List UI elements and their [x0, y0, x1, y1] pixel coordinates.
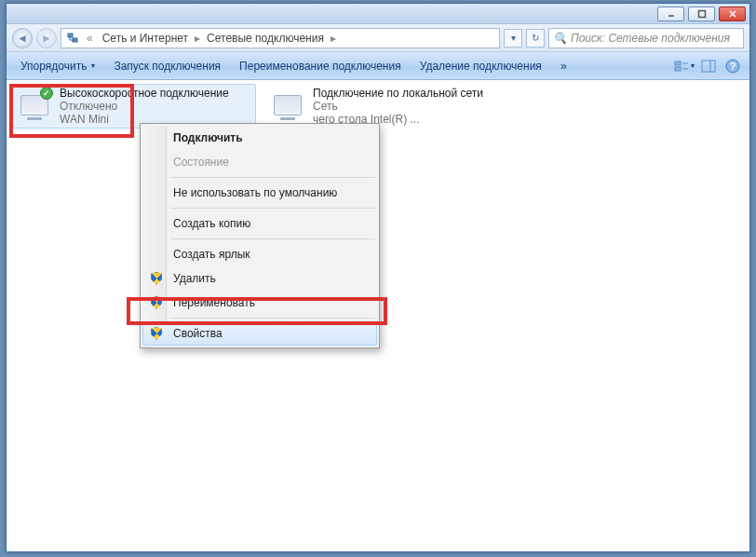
- forward-button[interactable]: ►: [36, 28, 57, 48]
- context-menu: Подключить Состояние Не использовать по …: [140, 123, 380, 348]
- ctx-not-default[interactable]: Не использовать по умолчанию: [142, 181, 377, 205]
- ctx-create-shortcut[interactable]: Создать ярлык: [142, 242, 377, 266]
- connection-icon: ✓: [15, 87, 54, 124]
- command-bar: Упорядочить Запуск подключения Переимено…: [7, 52, 749, 80]
- connection-status: Отключено: [60, 100, 253, 113]
- rename-connection-button[interactable]: Переименование подключения: [231, 56, 410, 76]
- help-button[interactable]: ?: [722, 56, 744, 76]
- search-icon: 🔍: [553, 32, 567, 45]
- toolbar-overflow[interactable]: »: [552, 56, 575, 76]
- crumb-level1[interactable]: Сеть и Интернет: [100, 32, 191, 45]
- shield-icon: [149, 326, 164, 341]
- refresh-button[interactable]: ↻: [526, 29, 545, 48]
- start-connection-button[interactable]: Запуск подключения: [105, 56, 229, 76]
- view-options-button[interactable]: ▾: [673, 56, 695, 76]
- search-input[interactable]: 🔍 Поиск: Сетевые подключения: [548, 28, 744, 48]
- connection-status: Сеть: [313, 100, 506, 113]
- ctx-delete[interactable]: Удалить: [142, 266, 377, 291]
- svg-rect-8: [675, 61, 681, 65]
- maximize-button[interactable]: [688, 7, 715, 21]
- svg-rect-9: [675, 67, 681, 71]
- shield-icon: [149, 295, 164, 310]
- connection-icon: [268, 87, 307, 124]
- status-badge-icon: ✓: [40, 87, 53, 100]
- ctx-create-copy[interactable]: Создать копию: [142, 211, 377, 236]
- ctx-properties[interactable]: Свойства: [142, 321, 377, 346]
- minimize-button[interactable]: [657, 7, 684, 21]
- connection-title: Высокоскоростное подключение: [60, 87, 253, 100]
- svg-rect-4: [68, 34, 73, 37]
- connection-lan[interactable]: Подключение по локальной сети Сеть чего …: [265, 84, 509, 129]
- ctx-status: Состояние: [142, 150, 377, 174]
- ctx-rename[interactable]: Переименовать: [142, 291, 377, 315]
- svg-rect-12: [702, 61, 715, 72]
- connection-title: Подключение по локальной сети: [313, 87, 506, 100]
- separator: [170, 318, 375, 319]
- organize-menu[interactable]: Упорядочить: [12, 56, 103, 76]
- svg-rect-1: [698, 10, 705, 17]
- separator: [170, 177, 375, 178]
- connection-high-speed[interactable]: ✓ Высокоскоростное подключение Отключено…: [12, 84, 256, 129]
- separator: [170, 208, 375, 209]
- back-button[interactable]: ◄: [12, 28, 33, 48]
- address-dropdown[interactable]: ▾: [504, 29, 522, 48]
- address-bar: ◄ ► « Сеть и Интернет ▸ Сетевые подключе…: [7, 24, 749, 52]
- preview-pane-button[interactable]: [697, 56, 720, 76]
- search-placeholder: Поиск: Сетевые подключения: [571, 32, 730, 45]
- network-icon: [65, 31, 80, 46]
- crumb-level2[interactable]: Сетевые подключения: [204, 32, 327, 45]
- shield-icon: [149, 271, 164, 286]
- ctx-connect[interactable]: Подключить: [142, 126, 377, 150]
- svg-text:?: ?: [730, 61, 736, 72]
- close-button[interactable]: [719, 7, 746, 21]
- breadcrumb[interactable]: « Сеть и Интернет ▸ Сетевые подключения …: [61, 28, 500, 48]
- delete-connection-button[interactable]: Удаление подключения: [412, 56, 550, 76]
- titlebar: [7, 4, 749, 24]
- separator: [170, 238, 375, 239]
